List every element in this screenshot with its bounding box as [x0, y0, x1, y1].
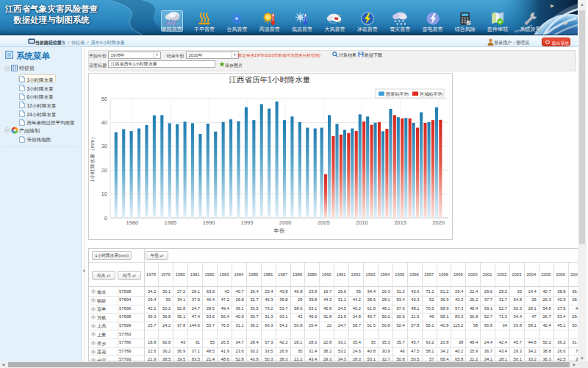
- svg-text:江西省历年1小时降水量: 江西省历年1小时降水量: [229, 75, 311, 84]
- svg-text:2020: 2020: [432, 219, 445, 226]
- svg-text:30: 30: [101, 143, 107, 149]
- svg-text:年份: 年份: [273, 227, 286, 234]
- svg-text:国家站平均: 国家站平均: [386, 91, 409, 97]
- svg-text:50: 50: [101, 96, 107, 102]
- svg-text:20: 20: [101, 167, 107, 174]
- svg-text:10: 10: [101, 191, 107, 197]
- svg-text:2010: 2010: [356, 219, 368, 226]
- svg-text:区域站平均: 区域站平均: [420, 91, 442, 97]
- svg-text:1995: 1995: [241, 219, 254, 226]
- svg-text:1985: 1985: [165, 219, 177, 226]
- svg-text:2000: 2000: [279, 219, 292, 226]
- svg-text:40: 40: [101, 119, 107, 126]
- svg-text:2015: 2015: [394, 219, 406, 226]
- svg-text:1980: 1980: [126, 219, 138, 226]
- svg-text:1小时降水量（mm）: 1小时降水量（mm）: [90, 135, 96, 183]
- svg-text:2005: 2005: [318, 219, 330, 226]
- svg-text:0: 0: [104, 215, 107, 222]
- svg-text:1990: 1990: [203, 219, 215, 226]
